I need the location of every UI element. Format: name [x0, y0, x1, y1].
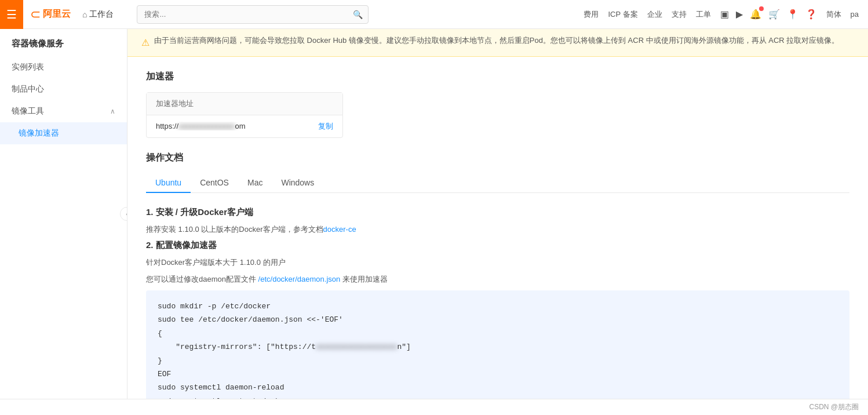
warning-text: 由于当前运营商网络问题，可能会导致您拉取 Docker Hub 镜像变慢。建议您… [154, 35, 839, 47]
nav-icon-group: ▣ ▶ 🔔 🛒 📍 ❓ [720, 9, 817, 20]
sidebar-item-products[interactable]: 制品中心 [0, 78, 127, 100]
daemon-path: /etc/docker/daemon.json [258, 275, 341, 283]
step2-heading: 2. 配置镜像加速器 [146, 240, 849, 251]
nav-support[interactable]: 支持 [672, 9, 687, 20]
tab-centos[interactable]: CentOS [191, 173, 238, 193]
search-icon: 🔍 [353, 10, 363, 19]
workbench-label: 工作台 [89, 9, 114, 20]
top-nav: ☰ ⊂ 阿里云 ⌂ 工作台 🔍 费用 ICP 备案 企业 支持 工单 ▣ ▶ 🔔… [0, 0, 868, 29]
docs-title: 操作文档 [146, 152, 849, 164]
sidebar-label-products: 制品中心 [12, 84, 44, 94]
step2-desc2: 您可以通过修改daemon配置文件 /etc/docker/daemon.jso… [146, 274, 849, 286]
step1-desc: 推荐安装 1.10.0 以上版本的Docker客户端，参考文档docker-ce [146, 224, 849, 236]
main-layout: 容器镜像服务 实例列表 制品中心 镜像工具 ∧ 镜像加速器 ‹ ⚠ 由于当前运营… [0, 29, 868, 399]
accelerator-box: 加速器地址 https://xxxxxxxxxxxxxxxom 复制 [146, 92, 343, 138]
monitor-icon[interactable]: ▣ [720, 9, 729, 20]
copy-button[interactable]: 复制 [318, 121, 333, 132]
accelerator-url-blurred: xxxxxxxxxxxxxxx [178, 122, 235, 130]
search-bar: 🔍 [137, 5, 369, 24]
workbench-nav[interactable]: ⌂ 工作台 [82, 9, 114, 20]
search-input[interactable] [137, 5, 369, 24]
docker-ce-link[interactable]: docker-ce [323, 225, 356, 234]
content-area: ⚠ 由于当前运营商网络问题，可能会导致您拉取 Docker Hub 镜像变慢。建… [127, 29, 868, 399]
nav-enterprise[interactable]: 企业 [647, 9, 662, 20]
sidebar-label-accelerator: 镜像加速器 [19, 128, 59, 139]
sidebar-section-tools[interactable]: 镜像工具 ∧ [0, 100, 127, 122]
accelerator-box-body: https://xxxxxxxxxxxxxxxom 复制 [147, 115, 342, 137]
sidebar-sub-tools: 镜像加速器 [0, 122, 127, 144]
os-tabs: Ubuntu CentOS Mac Windows [146, 173, 849, 193]
lang-switch[interactable]: 简体 [826, 9, 841, 20]
video-icon[interactable]: ▶ [736, 9, 743, 20]
hamburger-icon: ☰ [6, 8, 17, 21]
location-icon[interactable]: 📍 [787, 9, 798, 20]
accelerator-url: https://xxxxxxxxxxxxxxxom [156, 122, 311, 130]
registry-url-blurred: xxxxxxxxxxxxxxxxxx [316, 343, 397, 351]
warning-banner: ⚠ 由于当前运营商网络问题，可能会导致您拉取 Docker Hub 镜像变慢。建… [127, 29, 868, 57]
page-label[interactable]: pa [851, 10, 859, 19]
logo: ⊂ 阿里云 [30, 7, 71, 22]
chevron-up-icon: ∧ [110, 107, 115, 115]
sidebar-title: 容器镜像服务 [0, 29, 127, 56]
hamburger-button[interactable]: ☰ [0, 0, 23, 29]
sidebar-label-instances: 实例列表 [12, 62, 44, 72]
nav-fees[interactable]: 费用 [583, 9, 599, 20]
accelerator-title: 加速器 [146, 71, 849, 83]
content-body: 加速器 加速器地址 https://xxxxxxxxxxxxxxxom 复制 操… [127, 57, 868, 399]
home-icon: ⌂ [82, 10, 87, 19]
tab-windows[interactable]: Windows [272, 173, 323, 193]
help-icon[interactable]: ❓ [805, 9, 817, 20]
logo-text: 阿里云 [43, 8, 71, 20]
tab-mac[interactable]: Mac [238, 173, 272, 193]
warning-icon: ⚠ [141, 35, 149, 50]
bell-icon[interactable]: 🔔 [750, 9, 761, 20]
nav-ticket[interactable]: 工单 [696, 9, 711, 20]
step2-desc1: 针对Docker客户端版本大于 1.10.0 的用户 [146, 257, 849, 269]
sidebar-label-tools: 镜像工具 [12, 106, 44, 117]
sidebar-collapse-button[interactable]: ‹ [120, 207, 127, 221]
nav-right: 费用 ICP 备案 企业 支持 工单 ▣ ▶ 🔔 🛒 📍 ❓ 简体 pa [583, 9, 859, 20]
bottom-label: CSDN @朋态圈 [809, 402, 859, 412]
sidebar-item-instances[interactable]: 实例列表 [0, 56, 127, 78]
bottom-bar: CSDN @朋态圈 [0, 399, 868, 415]
sidebar: 容器镜像服务 实例列表 制品中心 镜像工具 ∧ 镜像加速器 ‹ [0, 29, 127, 399]
sidebar-item-accelerator[interactable]: 镜像加速器 [0, 122, 127, 144]
nav-icp[interactable]: ICP 备案 [608, 9, 637, 20]
code-block: sudo mkdir -p /etc/docker sudo tee /etc/… [146, 290, 849, 399]
accelerator-box-header: 加速器地址 [147, 93, 342, 115]
step1-heading: 1. 安装 / 升级Docker客户端 [146, 207, 849, 218]
tab-ubuntu[interactable]: Ubuntu [146, 173, 191, 193]
cart-icon[interactable]: 🛒 [768, 9, 780, 20]
collapse-icon: ‹ [126, 211, 127, 217]
